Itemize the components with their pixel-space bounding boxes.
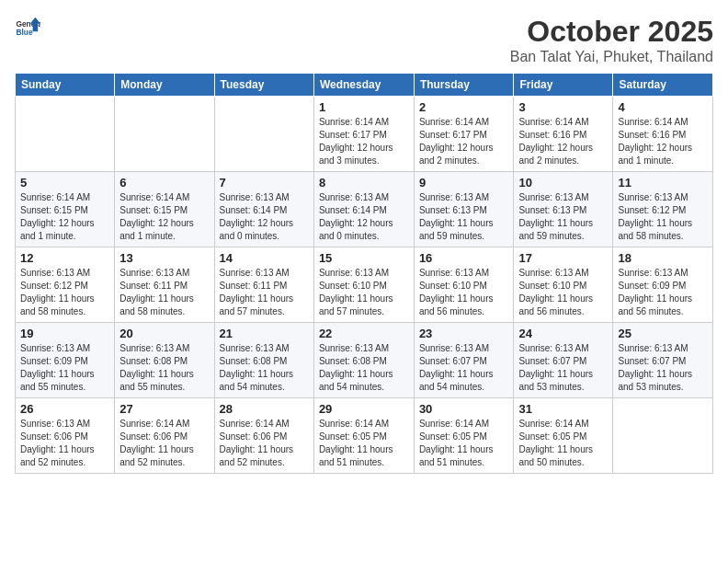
day-number: 10 <box>518 176 608 190</box>
calendar-cell: 30Sunrise: 6:14 AM Sunset: 6:05 PM Dayli… <box>414 398 514 474</box>
day-number: 23 <box>419 327 509 340</box>
calendar-cell: 27Sunrise: 6:14 AM Sunset: 6:06 PM Dayli… <box>115 398 214 474</box>
day-info: Sunrise: 6:14 AM Sunset: 6:17 PM Dayligh… <box>319 116 409 167</box>
day-number: 15 <box>319 251 409 265</box>
title-block: October 2025 Ban Talat Yai, Phuket, Thai… <box>510 15 713 65</box>
page-header: General Blue October 2025 Ban Talat Yai,… <box>15 15 713 65</box>
weekday-header-thursday: Thursday <box>414 74 514 97</box>
day-info: Sunrise: 6:13 AM Sunset: 6:12 PM Dayligh… <box>20 267 109 318</box>
calendar-cell: 7Sunrise: 6:13 AM Sunset: 6:14 PM Daylig… <box>214 172 313 247</box>
day-number: 18 <box>618 251 708 265</box>
calendar-cell: 16Sunrise: 6:13 AM Sunset: 6:10 PM Dayli… <box>414 247 514 323</box>
calendar-cell: 8Sunrise: 6:13 AM Sunset: 6:14 PM Daylig… <box>313 172 414 247</box>
day-number: 7 <box>220 176 309 190</box>
calendar-cell <box>214 97 313 172</box>
calendar-cell: 31Sunrise: 6:14 AM Sunset: 6:05 PM Dayli… <box>514 398 613 474</box>
calendar-cell: 9Sunrise: 6:13 AM Sunset: 6:13 PM Daylig… <box>414 172 514 247</box>
day-number: 21 <box>220 327 309 340</box>
day-info: Sunrise: 6:14 AM Sunset: 6:06 PM Dayligh… <box>119 418 209 469</box>
calendar-cell: 4Sunrise: 6:14 AM Sunset: 6:16 PM Daylig… <box>613 97 713 172</box>
day-info: Sunrise: 6:13 AM Sunset: 6:13 PM Dayligh… <box>518 191 608 243</box>
calendar-week-5: 26Sunrise: 6:13 AM Sunset: 6:06 PM Dayli… <box>16 398 713 474</box>
calendar-cell <box>16 97 115 172</box>
day-number: 5 <box>20 176 109 190</box>
day-info: Sunrise: 6:14 AM Sunset: 6:16 PM Dayligh… <box>518 116 608 167</box>
day-info: Sunrise: 6:13 AM Sunset: 6:06 PM Dayligh… <box>20 418 109 469</box>
day-number: 17 <box>518 251 608 265</box>
weekday-header-friday: Friday <box>514 74 613 97</box>
day-info: Sunrise: 6:13 AM Sunset: 6:13 PM Dayligh… <box>419 191 509 243</box>
day-info: Sunrise: 6:14 AM Sunset: 6:05 PM Dayligh… <box>518 418 608 469</box>
day-info: Sunrise: 6:13 AM Sunset: 6:10 PM Dayligh… <box>419 267 509 318</box>
day-info: Sunrise: 6:14 AM Sunset: 6:05 PM Dayligh… <box>319 418 409 469</box>
calendar-cell: 3Sunrise: 6:14 AM Sunset: 6:16 PM Daylig… <box>514 97 613 172</box>
calendar-cell: 14Sunrise: 6:13 AM Sunset: 6:11 PM Dayli… <box>214 247 313 323</box>
day-info: Sunrise: 6:14 AM Sunset: 6:15 PM Dayligh… <box>20 191 109 243</box>
day-info: Sunrise: 6:14 AM Sunset: 6:05 PM Dayligh… <box>419 418 509 469</box>
day-number: 25 <box>618 327 708 340</box>
calendar-cell: 25Sunrise: 6:13 AM Sunset: 6:07 PM Dayli… <box>613 323 713 398</box>
weekday-header-row: SundayMondayTuesdayWednesdayThursdayFrid… <box>16 74 713 97</box>
day-info: Sunrise: 6:13 AM Sunset: 6:08 PM Dayligh… <box>119 342 209 394</box>
day-number: 11 <box>618 176 708 190</box>
day-number: 4 <box>618 100 708 114</box>
day-number: 9 <box>419 176 509 190</box>
calendar-table: SundayMondayTuesdayWednesdayThursdayFrid… <box>15 73 713 474</box>
day-number: 24 <box>518 327 608 340</box>
calendar-week-2: 5Sunrise: 6:14 AM Sunset: 6:15 PM Daylig… <box>16 172 713 247</box>
calendar-cell: 22Sunrise: 6:13 AM Sunset: 6:08 PM Dayli… <box>313 323 414 398</box>
day-number: 27 <box>119 402 209 416</box>
day-info: Sunrise: 6:14 AM Sunset: 6:15 PM Dayligh… <box>119 191 209 243</box>
day-info: Sunrise: 6:13 AM Sunset: 6:07 PM Dayligh… <box>618 342 708 394</box>
day-number: 20 <box>119 327 209 340</box>
day-number: 2 <box>419 100 509 114</box>
day-info: Sunrise: 6:13 AM Sunset: 6:07 PM Dayligh… <box>419 342 509 394</box>
calendar-week-3: 12Sunrise: 6:13 AM Sunset: 6:12 PM Dayli… <box>16 247 713 323</box>
day-number: 29 <box>319 402 409 416</box>
day-info: Sunrise: 6:13 AM Sunset: 6:11 PM Dayligh… <box>119 267 209 318</box>
calendar-cell: 5Sunrise: 6:14 AM Sunset: 6:15 PM Daylig… <box>16 172 115 247</box>
svg-text:Blue: Blue <box>16 28 32 37</box>
day-number: 3 <box>518 100 608 114</box>
day-number: 14 <box>220 251 309 265</box>
day-info: Sunrise: 6:14 AM Sunset: 6:16 PM Dayligh… <box>618 116 708 167</box>
day-number: 19 <box>20 327 109 340</box>
calendar-cell <box>115 97 214 172</box>
day-number: 28 <box>220 402 309 416</box>
day-info: Sunrise: 6:13 AM Sunset: 6:08 PM Dayligh… <box>319 342 409 394</box>
day-info: Sunrise: 6:13 AM Sunset: 6:12 PM Dayligh… <box>618 191 708 243</box>
calendar-cell: 28Sunrise: 6:14 AM Sunset: 6:06 PM Dayli… <box>214 398 313 474</box>
day-number: 30 <box>419 402 509 416</box>
day-number: 12 <box>20 251 109 265</box>
day-number: 26 <box>20 402 109 416</box>
day-number: 6 <box>119 176 209 190</box>
calendar-cell: 10Sunrise: 6:13 AM Sunset: 6:13 PM Dayli… <box>514 172 613 247</box>
day-info: Sunrise: 6:13 AM Sunset: 6:07 PM Dayligh… <box>518 342 608 394</box>
calendar-cell: 2Sunrise: 6:14 AM Sunset: 6:17 PM Daylig… <box>414 97 514 172</box>
day-number: 13 <box>119 251 209 265</box>
day-info: Sunrise: 6:13 AM Sunset: 6:09 PM Dayligh… <box>618 267 708 318</box>
calendar-cell: 24Sunrise: 6:13 AM Sunset: 6:07 PM Dayli… <box>514 323 613 398</box>
day-info: Sunrise: 6:13 AM Sunset: 6:10 PM Dayligh… <box>319 267 409 318</box>
day-info: Sunrise: 6:13 AM Sunset: 6:09 PM Dayligh… <box>20 342 109 394</box>
calendar-cell: 15Sunrise: 6:13 AM Sunset: 6:10 PM Dayli… <box>313 247 414 323</box>
calendar-cell: 21Sunrise: 6:13 AM Sunset: 6:08 PM Dayli… <box>214 323 313 398</box>
calendar-cell: 20Sunrise: 6:13 AM Sunset: 6:08 PM Dayli… <box>115 323 214 398</box>
calendar-cell: 26Sunrise: 6:13 AM Sunset: 6:06 PM Dayli… <box>16 398 115 474</box>
calendar-cell: 11Sunrise: 6:13 AM Sunset: 6:12 PM Dayli… <box>613 172 713 247</box>
weekday-header-monday: Monday <box>115 74 214 97</box>
weekday-header-saturday: Saturday <box>613 74 713 97</box>
calendar-cell: 18Sunrise: 6:13 AM Sunset: 6:09 PM Dayli… <box>613 247 713 323</box>
day-info: Sunrise: 6:14 AM Sunset: 6:17 PM Dayligh… <box>419 116 509 167</box>
day-number: 8 <box>319 176 409 190</box>
calendar-cell: 23Sunrise: 6:13 AM Sunset: 6:07 PM Dayli… <box>414 323 514 398</box>
day-info: Sunrise: 6:13 AM Sunset: 6:11 PM Dayligh… <box>220 267 309 318</box>
day-number: 31 <box>518 402 608 416</box>
day-info: Sunrise: 6:13 AM Sunset: 6:14 PM Dayligh… <box>220 191 309 243</box>
day-info: Sunrise: 6:13 AM Sunset: 6:10 PM Dayligh… <box>518 267 608 318</box>
day-info: Sunrise: 6:13 AM Sunset: 6:08 PM Dayligh… <box>220 342 309 394</box>
day-number: 16 <box>419 251 509 265</box>
location-title: Ban Talat Yai, Phuket, Thailand <box>510 49 713 65</box>
calendar-cell <box>613 398 713 474</box>
calendar-cell: 6Sunrise: 6:14 AM Sunset: 6:15 PM Daylig… <box>115 172 214 247</box>
